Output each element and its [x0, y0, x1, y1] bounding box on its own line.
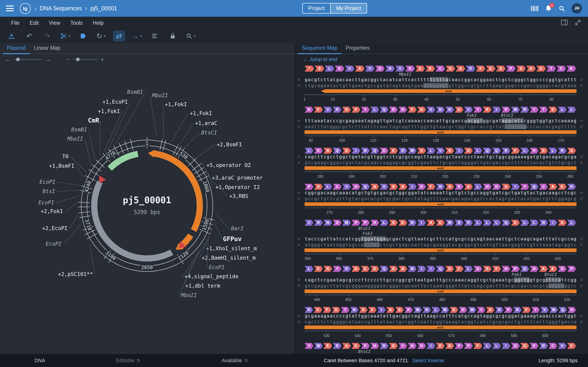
- aa-residue[interactable]: L: [567, 220, 576, 226]
- aa-residue[interactable]: R: [558, 148, 567, 154]
- aa-residue[interactable]: P: [351, 220, 360, 226]
- amino-acid-row[interactable]: RFFGTNAFIASPWNLWEHWYARPRFYVWQH: [304, 307, 577, 313]
- aa-residue[interactable]: G: [332, 307, 340, 313]
- aa-residue[interactable]: Y: [477, 307, 485, 313]
- aa-residue[interactable]: L: [473, 148, 482, 154]
- map-label[interactable]: +5,operator O2: [207, 162, 251, 168]
- aa-residue[interactable]: *: [304, 66, 314, 72]
- aa-residue[interactable]: H: [351, 184, 360, 190]
- aa-residue[interactable]: L: [567, 107, 576, 113]
- zoom-out-button[interactable]: −: [67, 56, 70, 62]
- aa-residue[interactable]: R: [513, 307, 522, 313]
- aa-residue[interactable]: N: [323, 220, 332, 226]
- cut-tool-button[interactable]: ▾: [59, 31, 71, 42]
- aa-residue[interactable]: S: [417, 148, 426, 154]
- aa-residue[interactable]: N: [539, 220, 548, 226]
- aa-residue[interactable]: E: [323, 343, 332, 349]
- aa-residue[interactable]: L: [325, 66, 334, 72]
- aa-residue[interactable]: E: [486, 66, 495, 72]
- aa-residue[interactable]: L: [426, 148, 435, 154]
- availability-select[interactable]: Available ⇅: [222, 354, 248, 367]
- aa-residue[interactable]: L: [520, 220, 529, 226]
- aa-residue[interactable]: S: [314, 184, 323, 190]
- aa-residue[interactable]: A: [323, 148, 332, 154]
- aa-residue[interactable]: L: [483, 343, 492, 349]
- aa-residue[interactable]: Q: [520, 266, 529, 272]
- map-label[interactable]: +1,araC: [195, 120, 217, 126]
- tab-sequence-map[interactable]: Sequence Map: [298, 43, 342, 54]
- feature-bar-arac[interactable]: araC: [304, 130, 577, 134]
- sequence-rows[interactable]: *SLKVAVDNVKEECGARFESPSAGTCKMboII5'gacgtc…: [295, 65, 588, 354]
- map-label[interactable]: MboII: [181, 292, 197, 298]
- hamburger-menu-icon[interactable]: [6, 6, 14, 11]
- aa-residue[interactable]: A: [359, 307, 367, 313]
- aa-residue[interactable]: E: [361, 266, 370, 272]
- aa-residue[interactable]: R: [539, 343, 548, 349]
- aa-residue[interactable]: K: [335, 66, 345, 72]
- aa-residue[interactable]: C: [548, 343, 557, 349]
- amino-acid-row[interactable]: YWERAEPHRGYHHIEGPPFLLIDGPRCVF: [304, 343, 577, 349]
- barcode-icon[interactable]: [531, 5, 539, 12]
- top-strand[interactable]: 5'cagcttcgcctggctgatacgttggtcctcgcgccagc…: [304, 154, 577, 160]
- cutsite-label[interactable]: FokI: [512, 272, 522, 277]
- aa-residue[interactable]: N: [408, 220, 417, 226]
- aa-residue[interactable]: G: [464, 148, 473, 154]
- bottom-strand[interactable]: 3'gccgctgttcgtttgtacgacacgctgcgaccgcctat…: [304, 196, 577, 202]
- map-label[interactable]: EcoPI: [46, 241, 61, 247]
- bottom-strand[interactable]: 3'ctgcagaatactgttgaactgccgatgtagtaagtgaa…: [304, 83, 577, 89]
- aa-residue[interactable]: W: [468, 307, 476, 313]
- aa-residue[interactable]: I: [408, 184, 417, 190]
- aa-residue[interactable]: E: [314, 266, 323, 272]
- map-label[interactable]: +2,FokI: [41, 208, 63, 214]
- aa-residue[interactable]: I: [417, 220, 426, 226]
- aa-residue[interactable]: L: [432, 307, 440, 313]
- aa-residue[interactable]: Q: [370, 148, 379, 154]
- aa-residue[interactable]: W: [408, 148, 417, 154]
- aa-residue[interactable]: G: [445, 343, 454, 349]
- map-label[interactable]: +1,FokI: [165, 101, 187, 107]
- aa-residue[interactable]: P: [304, 184, 313, 190]
- aa-residue[interactable]: N: [350, 307, 358, 313]
- cutsite-label[interactable]: BtsCI: [501, 113, 513, 118]
- aa-residue[interactable]: V: [345, 66, 355, 72]
- cutsite-tick[interactable]: [163, 140, 166, 151]
- aa-residue[interactable]: A: [456, 66, 465, 72]
- aa-residue[interactable]: A: [398, 184, 407, 190]
- cutsite-label[interactable]: BtsCI: [358, 349, 371, 354]
- map-label[interactable]: MboII: [67, 136, 83, 142]
- aa-residue[interactable]: A: [342, 343, 351, 349]
- cutsite-label[interactable]: FokI: [467, 113, 477, 118]
- aa-residue[interactable]: R: [502, 148, 510, 154]
- aa-residue[interactable]: L: [483, 220, 492, 226]
- cutsite-tick[interactable]: [130, 139, 133, 150]
- aa-residue[interactable]: Q: [380, 266, 389, 272]
- aa-residue[interactable]: R: [455, 220, 464, 226]
- top-strand[interactable]: 5'cagctccgaatagcgcccttccccttgcccggcgttaa…: [304, 277, 577, 283]
- bottom-strand[interactable]: 3'aaatttatgggcgctctttatctcaactagcagttttg…: [304, 124, 577, 130]
- aa-residue[interactable]: P: [404, 307, 413, 313]
- aa-residue[interactable]: F: [314, 107, 323, 113]
- map-label[interactable]: BsmBI: [71, 127, 87, 133]
- amino-acid-row[interactable]: VRNDMPPHLSENIAEMRRLLLQELLNIAL: [304, 220, 577, 226]
- amino-acid-row[interactable]: *SLKVAVDNVKEECGARFESPSAGTCK: [304, 66, 577, 72]
- aa-residue[interactable]: E: [425, 66, 435, 72]
- map-label[interactable]: +3,RBS: [229, 193, 248, 199]
- aa-residue[interactable]: A: [483, 107, 492, 113]
- aa-residue[interactable]: D: [455, 184, 464, 190]
- aa-residue[interactable]: Y: [361, 107, 370, 113]
- aa-residue[interactable]: E: [450, 307, 458, 313]
- aa-residue[interactable]: K: [304, 107, 313, 113]
- aa-residue[interactable]: D: [389, 107, 398, 113]
- aa-residue[interactable]: W: [314, 343, 323, 349]
- aa-residue[interactable]: R: [495, 307, 503, 313]
- aa-residue[interactable]: W: [549, 307, 558, 313]
- notifications-bell-icon[interactable]: 1: [545, 5, 552, 12]
- aa-residue[interactable]: D: [558, 266, 567, 272]
- aa-residue[interactable]: L: [473, 184, 482, 190]
- cutsite-label[interactable]: BtsCI: [358, 226, 371, 231]
- map-label[interactable]: +1,dbl term: [185, 283, 220, 289]
- aa-residue[interactable]: F: [426, 184, 435, 190]
- aa-residue[interactable]: V: [304, 220, 313, 226]
- aa-residue[interactable]: S: [395, 307, 404, 313]
- zoom-in-button[interactable]: +: [101, 56, 104, 62]
